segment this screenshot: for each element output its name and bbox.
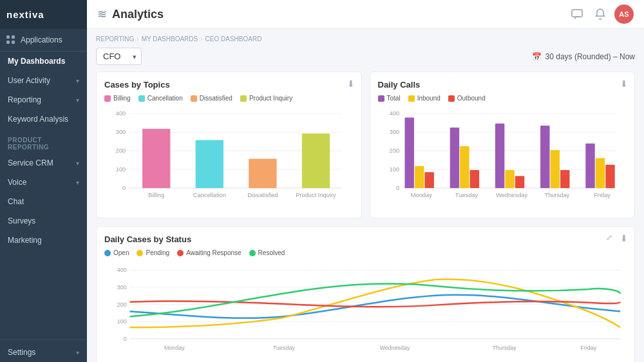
cases-by-topics-legend: Billing Cancellation Dissatisfied Produc… <box>104 95 354 102</box>
cases-by-topics-card: Cases by Topics Billing Cancellation Dis… <box>96 71 362 218</box>
sidebar-item-keyword-analysis[interactable]: Keyword Analysis <box>0 110 87 129</box>
legend-color-outbound <box>448 95 455 102</box>
svg-text:Thursday: Thursday <box>544 192 569 198</box>
page-title: Analytics <box>112 8 563 21</box>
notification-icon[interactable] <box>591 5 609 23</box>
svg-rect-13 <box>249 159 276 188</box>
svg-text:100: 100 <box>389 166 399 173</box>
daily-cases-legend: Open Pending Awaiting Response Resolved <box>104 249 627 256</box>
daily-cases-title: Daily Cases by Status <box>104 234 627 244</box>
sidebar-item-user-activity[interactable]: User Activity ▾ <box>0 71 87 90</box>
svg-text:Wednesday: Wednesday <box>496 192 527 198</box>
svg-text:400: 400 <box>117 267 127 273</box>
svg-text:400: 400 <box>389 110 399 117</box>
legend-color-pending <box>137 250 143 256</box>
user-avatar[interactable]: AS <box>614 5 634 24</box>
nextiva-logo: nextiva <box>6 9 44 20</box>
charts-top-row: Cases by Topics Billing Cancellation Dis… <box>96 71 635 218</box>
daily-calls-chart: 400 300 200 100 0 <box>378 107 627 210</box>
svg-text:Tuesday: Tuesday <box>455 192 478 198</box>
legend-inbound: Inbound <box>408 95 440 102</box>
main-content: ≋ Analytics AS REPORTING › MY DASHBOARDS… <box>87 0 644 362</box>
daily-calls-legend: Total Inbound Outbound <box>378 95 627 102</box>
sidebar-item-label: Keyword Analysis <box>8 115 68 124</box>
sidebar-item-label: Service CRM <box>8 158 53 167</box>
chevron-icon: ▾ <box>76 77 79 84</box>
svg-text:200: 200 <box>389 148 399 154</box>
svg-rect-30 <box>414 166 423 188</box>
download-icon-daily-calls[interactable]: ⬇ <box>620 79 628 89</box>
cases-bar-svg: 400 300 200 100 0 Billi <box>104 107 354 210</box>
legend-resolved: Resolved <box>249 249 285 256</box>
breadcrumb-reporting: REPORTING <box>96 35 134 43</box>
sidebar-item-label: Surveys <box>8 216 35 225</box>
svg-rect-32 <box>450 128 459 188</box>
legend-label-resolved: Resolved <box>258 249 285 256</box>
breadcrumb-my-dashboards: MY DASHBOARDS <box>142 35 198 43</box>
svg-text:400: 400 <box>116 110 126 117</box>
svg-text:Dissatisfied: Dissatisfied <box>247 192 278 198</box>
sidebar-item-settings[interactable]: Settings ▾ <box>0 343 87 362</box>
sidebar-header: nextiva <box>0 0 87 29</box>
dashboard-select[interactable]: CFO CEO <box>96 48 142 65</box>
breadcrumb-sep2: › <box>200 35 202 43</box>
sidebar-apps-section[interactable]: Applications <box>0 29 87 52</box>
legend-color-product-inquiry <box>240 95 247 102</box>
sidebar-item-voice[interactable]: Voice ▾ <box>0 173 87 192</box>
legend-color-cancellation <box>138 95 145 102</box>
svg-rect-35 <box>495 124 504 188</box>
legend-color-open <box>104 250 111 256</box>
daily-cases-card: Daily Cases by Status Open Pending Await… <box>96 226 635 362</box>
sidebar-item-reporting[interactable]: Reporting ▾ <box>0 90 87 110</box>
legend-outbound: Outbound <box>448 95 486 102</box>
breadcrumb: REPORTING › MY DASHBOARDS › CEO DASHBOAR… <box>96 35 635 43</box>
sidebar-item-my-dashboards[interactable]: My Dashboards <box>0 52 87 71</box>
daily-cases-chart: 400 300 200 100 0 Monday Tuesday <box>104 262 627 362</box>
svg-rect-36 <box>505 170 514 188</box>
cases-by-topics-title: Cases by Topics <box>104 80 354 90</box>
svg-rect-12 <box>196 140 223 188</box>
svg-rect-43 <box>605 165 614 188</box>
sidebar-item-marketing[interactable]: Marketing <box>0 231 87 250</box>
applications-label: Applications <box>21 35 62 44</box>
chevron-icon: ▾ <box>76 179 79 186</box>
date-range-label: 30 days (Rounded) – Now <box>545 52 635 61</box>
download-icon[interactable]: ⬇ <box>347 79 355 89</box>
svg-text:Monday: Monday <box>164 345 185 351</box>
svg-text:100: 100 <box>117 318 127 325</box>
product-reporting-section-label: PRODUCT REPORTING <box>0 129 87 153</box>
svg-text:Cancellation: Cancellation <box>193 192 226 198</box>
svg-rect-31 <box>424 172 433 188</box>
svg-text:0: 0 <box>122 185 126 191</box>
daily-cases-svg: 400 300 200 100 0 Monday Tuesday <box>104 262 627 362</box>
legend-label-outbound: Outbound <box>457 95 486 102</box>
svg-rect-37 <box>515 176 524 188</box>
sidebar-item-label: My Dashboards <box>8 57 65 66</box>
expand-icon-daily-cases[interactable]: ⤢ <box>606 233 612 242</box>
chevron-icon: ▾ <box>76 160 79 167</box>
svg-text:300: 300 <box>116 129 126 135</box>
chat-icon[interactable] <box>568 5 586 23</box>
legend-label-cancellation: Cancellation <box>147 95 183 102</box>
legend-color-billing <box>104 95 111 102</box>
svg-text:300: 300 <box>389 129 399 135</box>
breadcrumb-ceo-dashboard: CEO DASHBOARD <box>205 35 262 43</box>
svg-rect-33 <box>460 146 469 188</box>
svg-rect-42 <box>595 158 604 187</box>
sidebar-item-label: Settings <box>8 348 35 357</box>
legend-product-inquiry: Product Inquiry <box>240 95 292 102</box>
svg-text:Tuesday: Tuesday <box>273 345 295 351</box>
dashboard-select-wrap[interactable]: CFO CEO <box>96 48 142 65</box>
sidebar-item-chat[interactable]: Chat <box>0 192 87 211</box>
svg-text:200: 200 <box>116 148 126 154</box>
sidebar-item-service-crm[interactable]: Service CRM ▾ <box>0 153 87 173</box>
date-range: 📅 30 days (Rounded) – Now <box>532 52 635 61</box>
svg-text:Friday: Friday <box>580 345 596 351</box>
svg-text:Monday: Monday <box>410 192 431 198</box>
sidebar-item-label: User Activity <box>8 76 50 85</box>
sidebar-item-surveys[interactable]: Surveys <box>0 211 87 231</box>
download-icon-daily-cases[interactable]: ⬇ <box>620 233 628 243</box>
svg-rect-0 <box>572 10 582 17</box>
legend-label-billing: Billing <box>113 95 131 102</box>
daily-calls-title: Daily Calls <box>378 80 627 90</box>
